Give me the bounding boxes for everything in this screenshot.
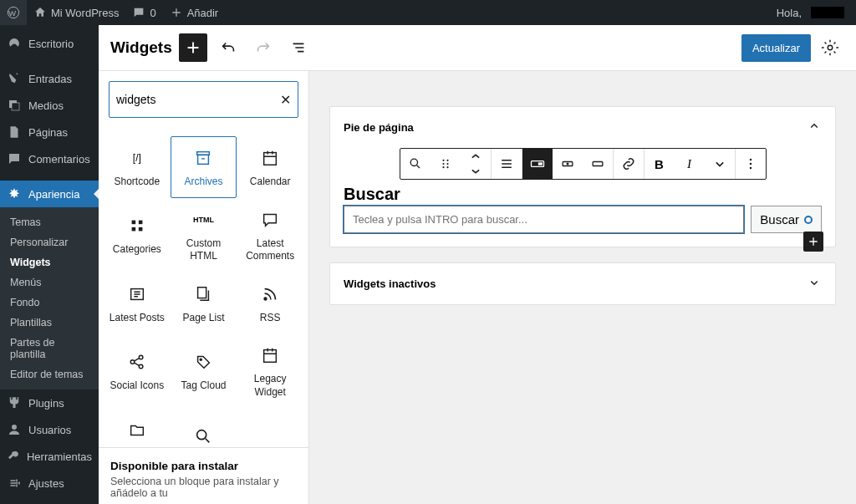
html-icon: HTML bbox=[194, 211, 212, 229]
rss-icon bbox=[261, 285, 279, 303]
block-archives[interactable]: Archives bbox=[171, 136, 237, 198]
submenu-customize[interactable]: Personalizar bbox=[0, 232, 99, 252]
add-block-toggle[interactable] bbox=[179, 33, 207, 62]
submenu-widgets[interactable]: Widgets bbox=[0, 252, 99, 272]
tb-more-formats-icon[interactable] bbox=[705, 149, 735, 179]
menu-settings[interactable]: Ajustes bbox=[0, 470, 99, 496]
submenu-template-parts[interactable]: Partes de plantilla bbox=[0, 333, 99, 364]
menu-comments[interactable]: Comentarios bbox=[0, 145, 99, 172]
tb-button-only-icon[interactable] bbox=[553, 149, 583, 179]
site-link[interactable]: Mi WordPress bbox=[27, 0, 125, 25]
site-name: Mi WordPress bbox=[51, 7, 119, 19]
block-legacy-widget[interactable]: Legacy Widget bbox=[237, 333, 303, 408]
inactive-panel: Widgets inactivos bbox=[329, 262, 836, 305]
svg-point-37 bbox=[749, 167, 752, 170]
svg-rect-21 bbox=[264, 350, 277, 363]
submenu-themes[interactable]: Temas bbox=[0, 212, 99, 232]
menu-pages[interactable]: Páginas bbox=[0, 119, 99, 145]
available-title: Disponible para instalar bbox=[110, 460, 297, 472]
comment-icon bbox=[261, 211, 279, 229]
search-block-input[interactable] bbox=[344, 206, 744, 233]
svg-point-6 bbox=[828, 45, 833, 50]
tb-bold-button[interactable]: B bbox=[645, 149, 675, 179]
block-calendar[interactable]: Calendar bbox=[237, 136, 303, 198]
undo-button[interactable] bbox=[214, 33, 242, 62]
tb-options-icon[interactable] bbox=[736, 149, 766, 179]
block-latest-comments[interactable]: Latest Comments bbox=[237, 198, 303, 272]
resize-handle-icon[interactable] bbox=[804, 216, 813, 224]
list-view-button[interactable] bbox=[284, 33, 313, 62]
svg-point-20 bbox=[201, 359, 202, 360]
admin-sidebar: Escritorio Entradas Medios Páginas Comen… bbox=[0, 25, 99, 504]
add-block-inline-button[interactable] bbox=[803, 232, 823, 252]
svg-point-36 bbox=[749, 163, 752, 165]
available-to-install: Disponible para instalar Selecciona un b… bbox=[99, 447, 308, 504]
greeting-text: Hola, bbox=[777, 7, 802, 19]
content-area: Widgets Actualizar ✕ bbox=[99, 25, 856, 504]
share-icon bbox=[128, 353, 146, 371]
svg-point-27 bbox=[446, 163, 448, 165]
block-search-box: ✕ bbox=[109, 81, 298, 118]
block-categories[interactable]: Categories bbox=[104, 198, 171, 272]
block-search-input[interactable] bbox=[116, 93, 280, 106]
svg-rect-31 bbox=[538, 162, 542, 165]
tb-drag-icon[interactable] bbox=[431, 149, 461, 179]
redo-button[interactable] bbox=[249, 33, 278, 62]
tb-no-button-icon[interactable] bbox=[583, 149, 613, 179]
menu-posts[interactable]: Entradas bbox=[0, 65, 99, 92]
settings-button[interactable] bbox=[816, 33, 844, 62]
tb-italic-button[interactable]: I bbox=[675, 149, 705, 179]
add-new-label: Añadir bbox=[187, 7, 219, 19]
svg-rect-12 bbox=[131, 227, 135, 232]
tb-link-icon[interactable] bbox=[614, 149, 644, 179]
search-block-button[interactable]: Buscar bbox=[751, 206, 822, 233]
footer-panel-header[interactable]: Pie de página bbox=[330, 107, 835, 148]
comments-count: 0 bbox=[150, 7, 155, 19]
menu-plugins[interactable]: Plugins bbox=[0, 389, 99, 416]
menu-users[interactable]: Usuarios bbox=[0, 416, 99, 443]
wp-logo[interactable] bbox=[0, 0, 27, 25]
tb-align-icon[interactable] bbox=[492, 149, 522, 179]
block-widget-area[interactable]: Área de widgets bbox=[104, 409, 171, 447]
block-search[interactable]: Search bbox=[171, 409, 237, 447]
search-block-title[interactable]: Buscar bbox=[344, 185, 822, 204]
add-new[interactable]: Añadir bbox=[163, 0, 226, 25]
update-button[interactable]: Actualizar bbox=[741, 34, 811, 62]
available-desc: Selecciona un bloque para instalar y añá… bbox=[110, 476, 297, 499]
submenu-theme-editor[interactable]: Editor de temas bbox=[0, 364, 99, 384]
block-grid: [/]Shortcode Archives Calendar Categorie… bbox=[99, 128, 308, 447]
block-tag-cloud[interactable]: Tag Cloud bbox=[171, 333, 237, 408]
chevron-down-icon bbox=[807, 275, 822, 293]
block-inserter-panel: ✕ [/]Shortcode Archives Calendar Categor… bbox=[99, 71, 309, 504]
menu-media[interactable]: Medios bbox=[0, 92, 99, 119]
submenu-templates[interactable]: Plantillas bbox=[0, 313, 99, 333]
menu-appearance[interactable]: Apariencia bbox=[0, 181, 99, 207]
tb-move-icon[interactable] bbox=[461, 149, 491, 179]
widget-canvas: Pie de página bbox=[309, 71, 856, 504]
tb-button-inside-icon[interactable] bbox=[522, 149, 553, 179]
block-shortcode[interactable]: [/]Shortcode bbox=[104, 136, 171, 198]
folder-icon bbox=[128, 421, 146, 440]
block-page-list[interactable]: Page List bbox=[171, 272, 237, 334]
svg-point-16 bbox=[264, 298, 267, 300]
pagelist-icon bbox=[194, 285, 212, 303]
block-custom-html[interactable]: HTMLCustom HTML bbox=[171, 198, 237, 272]
footer-panel: Pie de página bbox=[329, 106, 836, 247]
submenu-menus[interactable]: Menús bbox=[0, 272, 99, 293]
tb-search-icon[interactable] bbox=[400, 149, 431, 179]
page-title: Widgets bbox=[110, 38, 172, 57]
inactive-panel-header[interactable]: Widgets inactivos bbox=[330, 263, 835, 304]
menu-dashboard[interactable]: Escritorio bbox=[0, 30, 99, 57]
menu-tools[interactable]: Herramientas bbox=[0, 443, 99, 470]
calendar-icon bbox=[261, 149, 279, 167]
user-greeting[interactable]: Hola, bbox=[770, 0, 856, 25]
appearance-submenu: Temas Personalizar Widgets Menús Fondo P… bbox=[0, 207, 99, 389]
shortcode-icon: [/] bbox=[128, 149, 146, 167]
clear-search-icon[interactable]: ✕ bbox=[280, 92, 291, 108]
block-latest-posts[interactable]: Latest Posts bbox=[104, 272, 171, 334]
block-social-icons[interactable]: Social Icons bbox=[104, 333, 171, 408]
block-rss[interactable]: RSS bbox=[237, 272, 303, 334]
svg-rect-13 bbox=[139, 227, 143, 232]
submenu-background[interactable]: Fondo bbox=[0, 293, 99, 313]
comments-link[interactable]: 0 bbox=[125, 0, 162, 25]
